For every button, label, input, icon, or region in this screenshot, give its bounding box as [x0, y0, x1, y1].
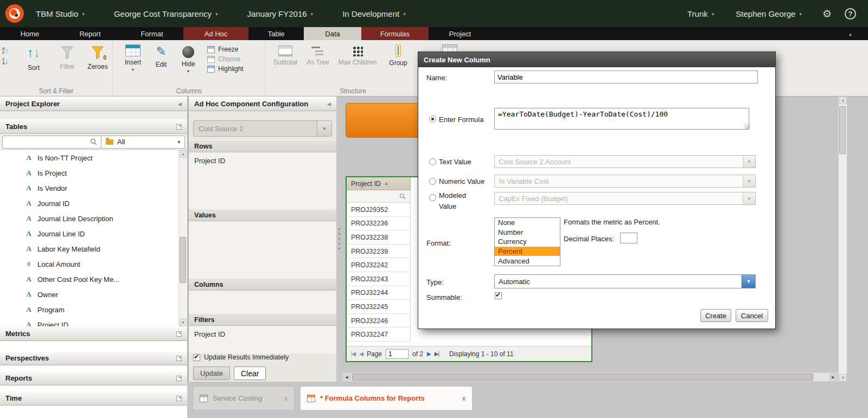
- field-list-scrollbar[interactable]: ▴ ▾: [178, 150, 187, 326]
- scroll-left-icon[interactable]: ◀: [342, 374, 351, 381]
- zeroes-button[interactable]: 0 Zeroes: [82, 44, 113, 70]
- create-button[interactable]: Create: [700, 309, 731, 322]
- insert-column-button[interactable]: Insert ▾: [118, 44, 148, 71]
- section-header-metrics[interactable]: Metrics: [0, 326, 187, 341]
- user-menu[interactable]: Stephen George ▾: [736, 9, 802, 18]
- modeled-value-radio[interactable]: [429, 194, 436, 201]
- list-item[interactable]: AOther Cost Pool Key Me...: [0, 272, 187, 287]
- as-tree-button[interactable]: As Tree: [303, 44, 333, 66]
- rows-item-project-id[interactable]: Project ID: [189, 152, 336, 165]
- edit-column-button[interactable]: ✎ Edit: [149, 44, 174, 68]
- name-field[interactable]: [494, 70, 758, 83]
- table-row[interactable]: PROJ32243: [347, 272, 411, 286]
- table-row[interactable]: PROJ32242: [347, 258, 411, 272]
- scroll-right-icon[interactable]: ▶: [829, 374, 838, 381]
- ribbon-collapse-icon[interactable]: ▴: [849, 27, 852, 40]
- project-menu[interactable]: George Cost Transparency ▾: [114, 9, 218, 18]
- scroll-up-icon[interactable]: ▴: [180, 150, 187, 158]
- list-item[interactable]: #Local Amount: [0, 256, 187, 272]
- hide-column-button[interactable]: Hide ▾: [175, 44, 202, 73]
- table-row[interactable]: PROJ32238: [347, 230, 411, 245]
- list-item[interactable]: AProgram: [0, 302, 187, 317]
- scrollbar-thumb[interactable]: [180, 237, 186, 283]
- format-option-number[interactable]: Number: [495, 228, 560, 237]
- freeze-button[interactable]: Freeze: [207, 44, 244, 54]
- list-item[interactable]: AJournal ID: [0, 196, 187, 211]
- undock-icon[interactable]: [176, 376, 182, 381]
- apptio-logo[interactable]: [5, 4, 24, 23]
- filters-section-header[interactable]: Filters: [189, 313, 336, 326]
- type-dropdown[interactable]: Automatic ▼: [494, 274, 756, 288]
- gear-icon[interactable]: ⚙: [822, 8, 832, 20]
- undock-icon[interactable]: [176, 396, 182, 401]
- values-section-header[interactable]: Values: [189, 209, 336, 221]
- last-page-icon[interactable]: ▶|: [435, 351, 439, 357]
- tab-table[interactable]: Table: [248, 27, 304, 40]
- list-item[interactable]: AProject ID: [0, 317, 187, 326]
- table-row[interactable]: PROJ32236: [347, 217, 411, 231]
- columns-section-header[interactable]: Columns: [189, 278, 336, 291]
- filters-drop-area[interactable]: Project ID: [189, 326, 336, 353]
- cancel-button[interactable]: Cancel: [736, 309, 768, 322]
- tab-format[interactable]: Format: [120, 27, 183, 40]
- filters-item-project-id[interactable]: Project ID: [189, 326, 336, 338]
- branch-menu[interactable]: Trunk ▾: [687, 9, 714, 18]
- scrollbar-thumb[interactable]: [352, 374, 813, 381]
- table-row[interactable]: PROJ32239: [347, 245, 411, 259]
- rows-section-header[interactable]: Rows: [189, 140, 336, 152]
- group-button[interactable]: Group: [381, 44, 416, 67]
- rows-drop-area[interactable]: Project ID: [189, 152, 336, 209]
- tab-home[interactable]: Home: [0, 27, 60, 40]
- resize-grip-icon[interactable]: [744, 124, 750, 129]
- enter-formula-radio[interactable]: [429, 115, 436, 123]
- tab-report[interactable]: Report: [60, 27, 120, 40]
- undock-icon[interactable]: [176, 124, 182, 130]
- status-menu[interactable]: In Development ▾: [342, 9, 406, 18]
- choose-button[interactable]: Choose: [207, 54, 244, 64]
- format-option-currency[interactable]: Currency: [495, 237, 560, 247]
- tab-project[interactable]: Project: [429, 27, 492, 40]
- list-item[interactable]: AOwner: [0, 287, 187, 302]
- max-children-button[interactable]: Max Children: [336, 44, 379, 66]
- sort-button[interactable]: ↑↓ Sort: [16, 44, 51, 72]
- undock-icon[interactable]: [176, 331, 182, 337]
- values-drop-area[interactable]: [189, 221, 336, 278]
- previous-page-icon[interactable]: ◀: [359, 351, 363, 357]
- summable-checkbox[interactable]: ✔: [495, 292, 502, 299]
- table-row[interactable]: PROJ32244: [347, 286, 411, 300]
- table-row[interactable]: PROJ32246: [347, 314, 411, 328]
- close-icon[interactable]: x: [284, 395, 288, 402]
- text-value-radio[interactable]: [429, 158, 436, 165]
- text-value-dropdown[interactable]: Cost Source 2.Account ▾: [494, 155, 756, 168]
- horizontal-scrollbar[interactable]: ◀ ▶: [342, 372, 838, 382]
- format-option-percent[interactable]: Percent: [495, 247, 560, 256]
- highlight-button[interactable]: Highlight: [207, 64, 244, 74]
- config-panel-header[interactable]: Ad Hoc Component Configuration ◀: [189, 97, 336, 111]
- help-icon[interactable]: ?: [845, 8, 856, 20]
- column-filter-cell[interactable]: [347, 190, 411, 203]
- numeric-value-radio[interactable]: [429, 178, 436, 185]
- panel-resize-handle[interactable]: [337, 226, 341, 250]
- next-page-icon[interactable]: ▶: [427, 351, 431, 357]
- project-explorer-header[interactable]: Project Explorer ◀: [0, 97, 187, 111]
- sort-descending-icon[interactable]: ZA ↓: [2, 57, 9, 65]
- section-header-perspectives[interactable]: Perspectives: [0, 351, 187, 365]
- first-page-icon[interactable]: |◀: [351, 351, 355, 357]
- update-button[interactable]: Update: [193, 366, 230, 380]
- undock-icon[interactable]: [176, 356, 182, 361]
- collapse-left-icon[interactable]: ◀: [327, 101, 331, 107]
- vertical-scrollbar[interactable]: ▴ ▾: [838, 97, 847, 382]
- section-header-time[interactable]: Time: [0, 391, 187, 406]
- page-input[interactable]: [386, 349, 409, 359]
- modeled-value-dropdown[interactable]: CapEx Fixed (Budget) ▾: [494, 192, 756, 205]
- columns-drop-area[interactable]: [189, 291, 336, 313]
- update-immediately-checkbox[interactable]: ✔: [193, 354, 200, 361]
- section-header-reports[interactable]: Reports: [0, 371, 187, 385]
- list-item[interactable]: AIs Vendor: [0, 181, 187, 196]
- table-filter-dropdown[interactable]: All ▾: [101, 136, 185, 149]
- subtotal-button[interactable]: Subtotal: [270, 44, 301, 66]
- table-row[interactable]: PROJ32247: [347, 327, 411, 342]
- list-item[interactable]: AIs Project: [0, 165, 187, 181]
- app-menu-tbm-studio[interactable]: TBM Studio ▾: [36, 9, 85, 18]
- tab-formulas[interactable]: Formulas: [361, 27, 429, 40]
